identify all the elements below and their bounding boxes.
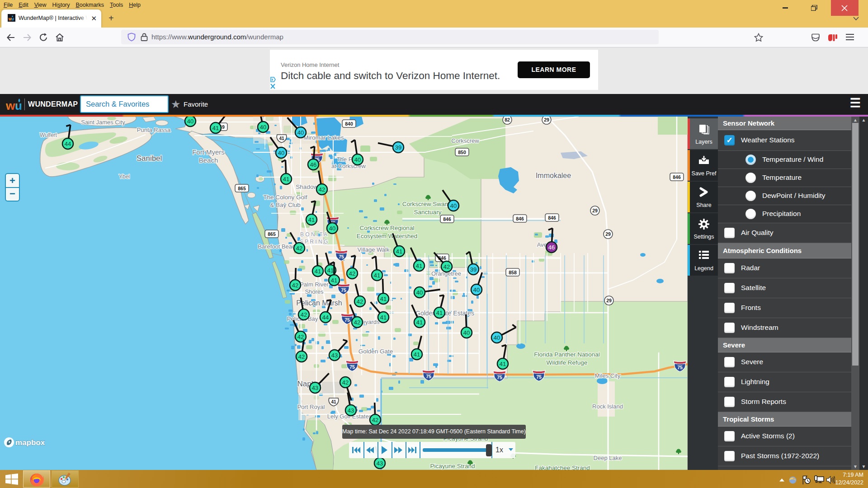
svg-text:42: 42	[357, 298, 363, 305]
svg-text:40: 40	[494, 334, 500, 341]
svg-text:Saint James City: Saint James City	[81, 119, 125, 126]
svg-text:42: 42	[354, 319, 360, 326]
svg-text:Florida Panther National: Florida Panther National	[534, 351, 600, 358]
svg-text:mapbox: mapbox	[15, 438, 45, 447]
svg-text:42: 42	[319, 186, 325, 193]
svg-text:43: 43	[312, 385, 318, 391]
svg-text:43: 43	[331, 352, 338, 359]
svg-text:Miromar Lakes: Miromar Lakes	[303, 134, 344, 141]
svg-text:42: 42	[349, 270, 355, 277]
svg-text:Corkscrew Swamp: Corkscrew Swamp	[402, 201, 453, 207]
svg-text:42: 42	[292, 282, 298, 289]
svg-text:44: 44	[322, 314, 329, 321]
svg-text:Sanctuary: Sanctuary	[414, 209, 442, 216]
svg-text:41: 41	[331, 399, 336, 404]
svg-text:Ecosystem Watershed: Ecosystem Watershed	[357, 233, 418, 239]
svg-text:40: 40	[463, 329, 470, 336]
svg-text:Immokalee: Immokalee	[536, 172, 571, 179]
svg-text:Sanibel: Sanibel	[137, 154, 162, 163]
svg-text:41: 41	[315, 268, 321, 275]
svg-text:40: 40	[473, 286, 480, 293]
svg-text:39: 39	[470, 266, 476, 273]
svg-text:40: 40	[187, 118, 193, 125]
svg-text:75: 75	[349, 364, 355, 370]
svg-text:40: 40	[278, 150, 284, 156]
svg-text:41: 41	[380, 314, 387, 321]
svg-text:41: 41	[212, 125, 219, 131]
svg-text:41: 41	[308, 216, 315, 223]
svg-text:865: 865	[268, 231, 276, 237]
svg-text:& Bay Club: & Bay Club	[270, 202, 301, 208]
svg-text:29: 29	[592, 208, 598, 213]
svg-text:Deep Lake: Deep Lake	[594, 455, 622, 461]
svg-text:40: 40	[297, 129, 304, 136]
svg-text:Punta Rassa: Punta Rassa	[137, 127, 171, 133]
svg-text:Corkscrew: Corkscrew	[451, 137, 479, 144]
svg-text:43: 43	[348, 407, 354, 414]
svg-text:75: 75	[341, 287, 346, 293]
svg-text:75: 75	[344, 317, 350, 323]
svg-text:Rock Island: Rock Island	[592, 403, 623, 410]
svg-text:42: 42	[296, 245, 302, 252]
svg-text:Ybel: Ybel	[119, 174, 130, 180]
svg-text:42: 42	[342, 379, 349, 386]
svg-text:B O N I T A: B O N I T A	[300, 231, 327, 238]
svg-text:Wulfert: Wulfert	[40, 132, 57, 138]
svg-text:44: 44	[65, 141, 71, 147]
svg-text:41: 41	[374, 272, 380, 279]
svg-text:82: 82	[505, 117, 510, 122]
svg-text:41: 41	[414, 351, 420, 358]
svg-text:41: 41	[331, 277, 337, 284]
svg-text:Port Royal: Port Royal	[297, 404, 325, 410]
svg-text:29: 29	[544, 117, 549, 122]
svg-text:S P R I N G: S P R I N G	[300, 239, 328, 245]
svg-text:846: 846	[443, 216, 451, 222]
svg-text:42: 42	[298, 353, 305, 360]
svg-text:41: 41	[416, 319, 423, 326]
svg-text:Beach: Beach	[199, 156, 218, 164]
svg-text:46: 46	[310, 161, 316, 168]
svg-text:Village Walk: Village Walk	[358, 246, 390, 253]
svg-text:41: 41	[380, 296, 387, 302]
svg-text:w: w	[6, 99, 15, 112]
svg-text:29: 29	[605, 231, 611, 237]
svg-text:40: 40	[416, 289, 423, 296]
svg-text:Shores: Shores	[305, 288, 324, 295]
svg-text:840: 840	[345, 121, 353, 127]
svg-text:eyards: eyards	[362, 319, 380, 325]
svg-text:846: 846	[673, 174, 681, 180]
svg-text:43: 43	[377, 460, 383, 467]
svg-text:Golden Gate: Golden Gate	[359, 348, 393, 355]
svg-text:40: 40	[260, 124, 266, 131]
svg-text:41: 41	[283, 176, 289, 183]
svg-text:The Colony Golf: The Colony Golf	[263, 194, 307, 201]
svg-text:858: 858	[509, 270, 517, 275]
svg-text:40: 40	[450, 202, 457, 209]
svg-text:40: 40	[329, 225, 335, 232]
svg-text:41: 41	[500, 361, 506, 367]
svg-text:75: 75	[677, 365, 683, 370]
svg-text:75: 75	[497, 375, 502, 380]
svg-text:Corkscrew Regional: Corkscrew Regional	[360, 225, 415, 231]
svg-text:Fakahatchee Strand: Fakahatchee Strand	[535, 465, 590, 470]
svg-text:75: 75	[426, 374, 431, 379]
svg-text:29: 29	[606, 298, 612, 303]
svg-text:46: 46	[548, 244, 555, 251]
svg-text:41: 41	[436, 310, 443, 316]
svg-text:846: 846	[516, 216, 524, 221]
svg-text:42: 42	[301, 311, 307, 318]
svg-text:850: 850	[458, 150, 466, 155]
svg-text:Miles City: Miles City	[595, 372, 621, 379]
svg-text:Palm River: Palm River	[300, 281, 329, 288]
svg-text:Fort Myers: Fort Myers	[192, 148, 225, 156]
svg-text:39: 39	[395, 144, 401, 151]
svg-text:846: 846	[548, 215, 556, 221]
svg-text:75: 75	[536, 374, 542, 380]
svg-text:42: 42	[372, 417, 378, 423]
svg-text:41: 41	[327, 267, 334, 274]
svg-text:42: 42	[443, 263, 450, 270]
svg-text:Wildlife Refuge: Wildlife Refuge	[547, 359, 588, 366]
svg-text:865: 865	[238, 186, 246, 191]
svg-text:40: 40	[354, 156, 361, 163]
svg-text:42: 42	[297, 333, 304, 340]
